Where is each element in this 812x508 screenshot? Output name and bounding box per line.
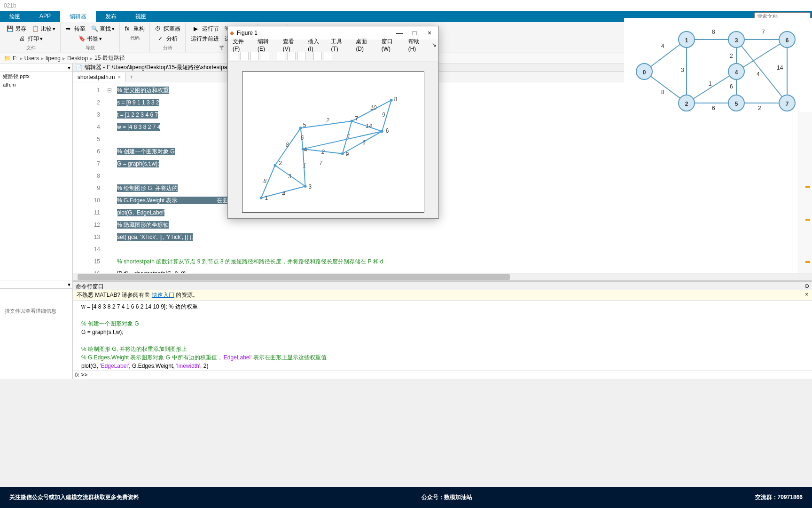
svg-text:9: 9 <box>382 111 385 118</box>
svg-text:4: 4 <box>735 69 738 76</box>
save-icon: 💾 <box>7 25 14 33</box>
hscroll-thumb[interactable] <box>78 274 510 280</box>
save-fig-icon[interactable] <box>250 52 259 60</box>
prompt-text: >> <box>81 372 87 378</box>
app-titlebar: 021b <box>0 0 812 11</box>
svg-text:3: 3 <box>681 67 684 73</box>
bookmark-button[interactable]: 🔖书签▾ <box>77 34 104 44</box>
breadcrumb-item[interactable]: F: <box>13 55 18 62</box>
quickstart-link[interactable]: 快速入门 <box>152 292 174 298</box>
menu-edit[interactable]: 编辑(E) <box>255 37 279 53</box>
svg-text:4: 4 <box>304 146 307 153</box>
goto-button[interactable]: ➡转至 <box>64 24 87 34</box>
run-section-button[interactable]: ▶运行节 <box>192 24 221 34</box>
breadcrumb-item[interactable]: 15-最短路径 <box>94 54 125 62</box>
analyze-button[interactable]: ✓分析 <box>156 34 180 44</box>
breadcrumb-item[interactable]: Desktop <box>67 55 88 62</box>
warning-marker[interactable] <box>805 219 810 221</box>
svg-text:4: 4 <box>757 71 760 78</box>
warning-marker[interactable] <box>805 186 810 188</box>
run-section-icon: ▶ <box>194 25 201 33</box>
menu-view[interactable]: 查看(V) <box>280 37 304 53</box>
app-title: 021b <box>4 2 16 9</box>
menu-overflow-icon[interactable]: ↘ <box>432 41 437 48</box>
legend-icon[interactable] <box>297 52 306 60</box>
compare-icon: 📋 <box>32 25 39 33</box>
svg-text:2: 2 <box>326 117 329 124</box>
banner-right: 交流群：70971866 <box>755 493 803 501</box>
line-number-gutter: 12345678910111213141516 <box>73 82 106 273</box>
svg-text:8: 8 <box>712 29 715 35</box>
svg-text:7: 7 <box>319 160 322 167</box>
compare-button[interactable]: 📋比较▾ <box>30 24 57 34</box>
svg-text:7: 7 <box>762 29 765 35</box>
figure-axes[interactable]: 123 456 789 843 861 221 61410 97 <box>242 71 424 213</box>
command-output[interactable]: w = [4 8 3 8 2 7 4 1 6 6 2 14 10 9]; % 边… <box>73 301 812 370</box>
editor-hscrollbar[interactable] <box>73 273 812 280</box>
folder-icon: 📁 <box>4 55 11 62</box>
tab-publish[interactable]: 发布 <box>96 11 126 22</box>
new-fig-icon[interactable] <box>230 52 238 60</box>
tab-view[interactable]: 视图 <box>126 11 156 22</box>
breadcrumb-item[interactable]: Users <box>24 55 39 62</box>
svg-text:8: 8 <box>661 89 664 95</box>
profiler-button[interactable]: ⏱探查器 <box>153 24 182 34</box>
svg-text:6: 6 <box>730 83 733 90</box>
refactor-button[interactable]: fx重构 <box>123 24 147 34</box>
svg-text:5: 5 <box>303 122 306 128</box>
svg-text:6: 6 <box>786 37 789 44</box>
menu-tools[interactable]: 工具(T) <box>328 37 352 53</box>
svg-text:2: 2 <box>321 149 325 155</box>
open-fig-icon[interactable] <box>240 52 249 60</box>
figure-window[interactable]: ◆ Figure 1 — □ × 文件(F) 编辑(E) 查看(V) 插入(I)… <box>227 26 439 219</box>
svg-text:8: 8 <box>286 142 289 148</box>
welcome-notice: 不熟悉 MATLAB? 请参阅有关 快速入门 的资源。 × <box>73 290 812 301</box>
link-icon[interactable] <box>277 52 285 60</box>
menu-insert[interactable]: 插入(I) <box>305 37 327 53</box>
print-button[interactable]: 🖨打印▾ <box>17 34 45 44</box>
find-button[interactable]: 🔍查找▾ <box>89 24 117 34</box>
add-tab-button[interactable]: + <box>126 72 137 82</box>
menu-file[interactable]: 文件(F) <box>230 37 254 53</box>
svg-text:14: 14 <box>777 64 783 71</box>
workspace-dropdown-icon[interactable]: ▾ <box>68 281 70 288</box>
warning-marker[interactable] <box>805 261 810 263</box>
run-advance-button[interactable]: 运行并前进 <box>189 34 221 44</box>
banner-left: 关注微信公众号或加入建模交流群获取更多免费资料 <box>9 493 139 501</box>
svg-point-16 <box>304 185 307 188</box>
tab-editor[interactable]: 编辑器 <box>60 11 96 22</box>
tab-app[interactable]: APP <box>30 11 60 22</box>
save-button[interactable]: 💾另存 <box>5 24 28 34</box>
svg-point-15 <box>273 164 276 167</box>
menu-desktop[interactable]: 桌面(D) <box>353 37 377 53</box>
bookmark-icon: 🔖 <box>78 35 86 43</box>
group-analyze-label: 分析 <box>163 45 172 51</box>
svg-text:10: 10 <box>370 104 377 111</box>
svg-text:1: 1 <box>709 80 712 87</box>
command-prompt-line[interactable]: fx >> <box>73 370 812 379</box>
svg-text:4: 4 <box>661 43 664 49</box>
pointer-icon[interactable] <box>313 52 322 60</box>
svg-text:6: 6 <box>712 105 715 111</box>
close-notice-icon[interactable]: × <box>805 291 808 299</box>
colorbar-icon[interactable] <box>287 52 296 60</box>
svg-text:8: 8 <box>394 96 398 103</box>
matlab-icon: ◆ <box>230 30 234 36</box>
file-tab[interactable]: shortestpath.m × <box>73 72 126 82</box>
breadcrumb-item[interactable]: lipeng <box>46 55 61 62</box>
fold-gutter[interactable]: ⊟ <box>106 82 113 273</box>
datatip-icon[interactable] <box>324 52 332 60</box>
folder-dropdown-icon[interactable]: ▾ <box>68 64 70 71</box>
tab-plot[interactable]: 绘图 <box>0 11 30 22</box>
folder-item[interactable]: 短路径.pptx <box>0 72 72 81</box>
print-fig-icon[interactable] <box>261 52 269 60</box>
promo-banner: 关注微信公众号或加入建模交流群获取更多免费资料 公众号：数模加油站 交流群：70… <box>0 487 812 508</box>
svg-text:7: 7 <box>355 115 359 122</box>
folder-item[interactable]: ath.m <box>0 81 72 88</box>
svg-text:1: 1 <box>685 37 688 44</box>
close-tab-icon[interactable]: × <box>117 74 121 80</box>
menu-window[interactable]: 窗口(W) <box>379 37 405 53</box>
svg-text:5: 5 <box>735 101 738 107</box>
menu-help[interactable]: 帮助(H) <box>406 37 430 53</box>
command-window-menu-icon[interactable]: ⊙ <box>804 283 809 289</box>
